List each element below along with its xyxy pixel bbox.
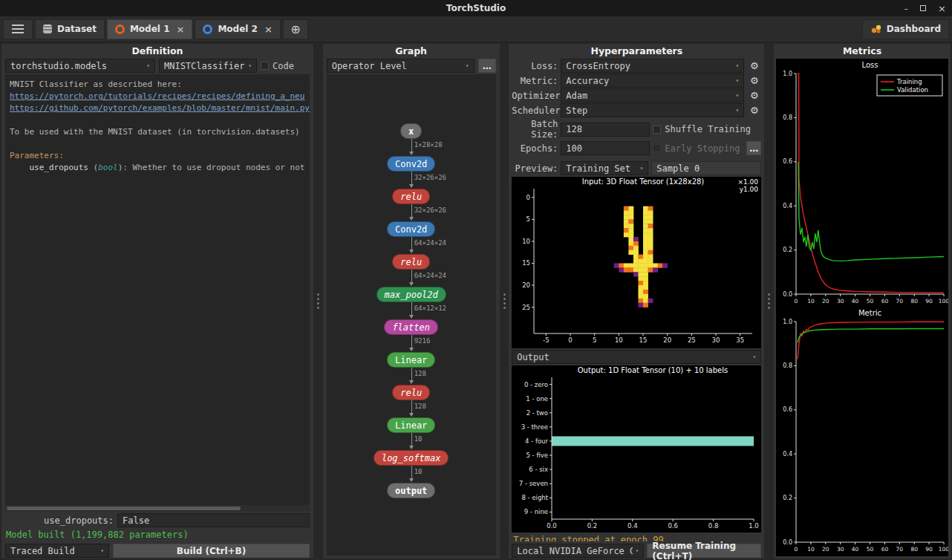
graph-node-max_pool2d[interactable]: max_pool2d xyxy=(376,287,446,302)
build-button[interactable]: Build (Ctrl+B) xyxy=(113,544,310,558)
svg-text:10: 10 xyxy=(807,298,815,305)
tensor-shape-label: 9216 xyxy=(414,337,431,345)
batch-size-input[interactable]: 128 xyxy=(561,123,650,137)
early-stopping-checkbox[interactable]: Early Stopping xyxy=(653,143,740,154)
doc-text: : Whether to use dropout nodes or not xyxy=(123,163,304,172)
output-tensor-plot[interactable]: Output: 1D Float Tensor (10) + 10 labels… xyxy=(512,365,761,533)
hyperparameters-panel-title: Hyperparameters xyxy=(509,44,764,58)
shuffle-training-checkbox[interactable]: Shuffle Training xyxy=(653,124,751,134)
svg-text:40: 40 xyxy=(852,298,859,305)
panel-splitter[interactable] xyxy=(764,44,774,559)
menu-button[interactable] xyxy=(3,19,33,39)
graph-node-flatten[interactable]: flatten xyxy=(384,319,438,335)
chevron-down-icon: ▾ xyxy=(733,77,740,84)
input-tensor-plot[interactable]: Input: 3D Float Tensor (1x28x28)×1.00y1.… xyxy=(512,177,761,348)
scrollbar-thumb[interactable] xyxy=(7,507,241,510)
epochs-input[interactable]: 100 xyxy=(561,141,650,155)
preview-set-dropdown[interactable]: Training Set ▾ xyxy=(561,161,648,175)
svg-text:-5: -5 xyxy=(543,336,549,344)
close-icon[interactable]: × xyxy=(938,4,946,13)
build-mode-dropdown[interactable]: Traced Build ▾ xyxy=(5,544,109,558)
model-class-dropdown[interactable]: MNISTClassifier ▾ xyxy=(159,59,257,73)
metrics-chart-metric: Metric01020304050607080901000.00.20.40.6… xyxy=(776,307,948,555)
svg-text:10: 10 xyxy=(807,546,815,553)
module-dropdown[interactable]: torchstudio.models ▾ xyxy=(5,59,155,73)
dashboard-button[interactable]: Dashboard xyxy=(862,19,949,39)
svg-text:60: 60 xyxy=(881,298,889,305)
metric-dropdown[interactable]: Accuracy▾ xyxy=(561,74,744,88)
model2-icon xyxy=(203,25,212,34)
minimize-icon[interactable]: – xyxy=(904,4,909,13)
tab-label: Model 2 xyxy=(218,24,258,34)
preview-sample-spinner[interactable]: Sample 0 xyxy=(651,161,761,175)
svg-text:35: 35 xyxy=(737,336,745,344)
metrics-panel: Metrics Loss01020304050607080901000.00.2… xyxy=(774,44,951,559)
horizontal-scrollbar[interactable] xyxy=(5,505,310,512)
tab-close-icon[interactable]: × xyxy=(176,24,184,35)
add-tab-button[interactable]: ⊕ xyxy=(283,19,308,39)
graph-node-conv2d[interactable]: Conv2d xyxy=(387,221,435,237)
graph-edge: 64×24×24 xyxy=(348,237,475,254)
use-dropouts-input[interactable]: False xyxy=(117,513,310,527)
hamburger-icon xyxy=(12,25,24,26)
chevron-down-icon: ▾ xyxy=(463,62,469,69)
optimizer-settings-gear-icon[interactable]: ⚙ xyxy=(747,88,761,102)
tab-dataset[interactable]: Dataset xyxy=(35,19,105,39)
scheduler-dropdown[interactable]: Step▾ xyxy=(561,103,744,117)
panel-splitter[interactable] xyxy=(500,44,509,559)
doc-link[interactable]: https://pytorch.org/tutorials/recipes/re… xyxy=(10,91,304,101)
chevron-down-icon: ▾ xyxy=(733,62,740,69)
model-docstring-editor[interactable]: MNIST Classifier as described here:https… xyxy=(5,74,310,512)
tab-label: Dataset xyxy=(57,24,97,34)
svg-text:90: 90 xyxy=(925,546,933,553)
loss-dropdown[interactable]: CrossEntropy▾ xyxy=(561,59,744,73)
resume-training-button[interactable]: Resume Training (Ctrl+T) xyxy=(647,544,761,558)
tab-model-2[interactable]: Model 2× xyxy=(195,19,280,39)
main-area: Definition torchstudio.models ▾ MNISTCla… xyxy=(0,42,952,560)
graph-level-dropdown[interactable]: Operator Level ▾ xyxy=(327,59,475,73)
graph-node-conv2d[interactable]: Conv2d xyxy=(387,156,435,172)
code-checkbox[interactable]: Code xyxy=(261,61,294,71)
svg-text:80: 80 xyxy=(910,298,918,305)
graph-node-linear[interactable]: Linear xyxy=(387,352,435,368)
metric-label: Metric: xyxy=(512,76,558,86)
chevron-down-icon: ▾ xyxy=(733,92,740,99)
optimizer-dropdown[interactable]: Adam▾ xyxy=(561,88,744,102)
metric-settings-gear-icon[interactable]: ⚙ xyxy=(747,74,761,88)
svg-text:0.6: 0.6 xyxy=(783,406,792,413)
loss-settings-gear-icon[interactable]: ⚙ xyxy=(747,59,761,73)
scheduler-label: Scheduler: xyxy=(512,105,558,116)
tab-close-icon[interactable]: × xyxy=(264,24,273,35)
graph-node-relu[interactable]: relu xyxy=(392,385,430,400)
device-dropdown[interactable]: Local NVIDIA GeForce GT ▾ xyxy=(512,544,644,558)
svg-text:6 - six: 6 - six xyxy=(529,466,549,473)
graph-node-relu[interactable]: relu xyxy=(392,254,430,270)
graph-edge: 1×28×28 xyxy=(348,139,475,156)
graph-node-log_softmax[interactable]: log_softmax xyxy=(374,450,449,466)
svg-text:40: 40 xyxy=(852,546,859,553)
svg-text:0.2: 0.2 xyxy=(783,247,792,253)
tensor-shape-label: 10 xyxy=(414,468,423,475)
checkbox-icon xyxy=(653,144,661,152)
svg-text:0.0: 0.0 xyxy=(547,522,558,530)
scheduler-settings-gear-icon[interactable]: ⚙ xyxy=(747,103,761,117)
doc-link[interactable]: https://github.com/pytorch/examples/blob… xyxy=(10,103,310,113)
tab-model-1[interactable]: Model 1× xyxy=(107,19,192,39)
output-dropdown[interactable]: Output ▾ xyxy=(512,350,761,364)
svg-text:y1.00: y1.00 xyxy=(740,186,759,193)
graph-node-output[interactable]: output xyxy=(387,483,435,498)
panel-splitter[interactable] xyxy=(313,44,323,559)
svg-text:2 - two: 2 - two xyxy=(526,409,548,417)
epochs-more-button[interactable]: … xyxy=(746,141,761,155)
svg-text:0.4: 0.4 xyxy=(783,203,792,209)
svg-text:8 - eight: 8 - eight xyxy=(522,494,549,501)
model-docstring[interactable]: MNIST Classifier as described here:https… xyxy=(5,74,310,505)
model-graph-canvas[interactable]: x1×28×28Conv2d32×26×26relu32×26×26Conv2d… xyxy=(327,74,496,556)
maximize-icon[interactable] xyxy=(920,5,926,11)
graph-node-x[interactable]: x xyxy=(400,123,422,139)
graph-more-button[interactable]: … xyxy=(478,59,496,73)
graph-node-relu[interactable]: relu xyxy=(392,189,430,204)
chevron-down-icon: ▾ xyxy=(143,62,150,69)
graph-node-linear[interactable]: Linear xyxy=(387,417,435,433)
graph-edge: 128 xyxy=(348,368,475,385)
